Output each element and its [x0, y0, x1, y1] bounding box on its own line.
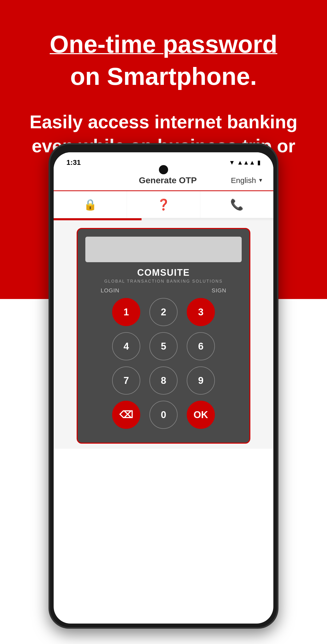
key-5[interactable]: 5	[149, 332, 178, 360]
progress-bar-container	[54, 218, 273, 220]
header-title: Generate OTP	[139, 175, 197, 185]
phone-icon: 📞	[230, 198, 243, 211]
keypad-row-2: 4 5 6	[85, 332, 242, 360]
language-selector[interactable]: English ▼	[231, 176, 263, 185]
volume-button-2	[49, 255, 50, 280]
dropdown-arrow-icon: ▼	[258, 177, 263, 183]
battery-icon: ▮	[257, 159, 261, 166]
tab-bar: 🔒 ❓ 📞	[54, 191, 273, 218]
help-icon: ❓	[157, 198, 170, 211]
key-6[interactable]: 6	[187, 332, 215, 360]
login-label: LOGIN	[101, 287, 119, 294]
language-label: English	[231, 176, 256, 185]
volume-button-1	[49, 221, 50, 247]
tab-lock[interactable]: 🔒	[54, 191, 127, 218]
otp-keypad-device: COMSUITE GLOBAL TRANSACTION BANKING SOLU…	[77, 228, 250, 444]
phone-screen: 1:31 ▼ ▲▲▲ ▮ Generate OTP English ▼	[54, 152, 273, 624]
tab-phone[interactable]: 📞	[200, 191, 273, 218]
phone-mockup: 1:31 ▼ ▲▲▲ ▮ Generate OTP English ▼	[49, 143, 278, 629]
key-7[interactable]: 7	[112, 366, 140, 395]
key-4[interactable]: 4	[112, 332, 140, 360]
headline-line2: on Smartphone.	[20, 63, 307, 90]
sign-label: SIGN	[212, 287, 226, 294]
tab-help[interactable]: ❓	[127, 191, 200, 218]
progress-bar	[54, 218, 142, 220]
otp-area: COMSUITE GLOBAL TRANSACTION BANKING SOLU…	[54, 220, 273, 449]
brand-sub: GLOBAL TRANSACTION BANKING SOLUTIONS	[85, 279, 242, 284]
signal-icon: ▲▲▲	[237, 159, 255, 166]
keypad-row-4: ⌫ 0 OK	[85, 401, 242, 429]
keypad-row-3: 7 8 9	[85, 366, 242, 395]
power-button	[277, 242, 278, 283]
headline-line1: One-time password	[20, 31, 307, 58]
keypad-labels: LOGIN SIGN	[85, 287, 242, 294]
status-time: 1:31	[66, 158, 81, 167]
wifi-icon: ▼	[229, 159, 235, 166]
phone-frame: 1:31 ▼ ▲▲▲ ▮ Generate OTP English ▼	[49, 143, 278, 629]
key-8[interactable]: 8	[149, 366, 178, 395]
key-3[interactable]: 3	[187, 298, 215, 326]
brand-name: COMSUITE	[85, 267, 242, 278]
key-2[interactable]: 2	[149, 298, 178, 326]
key-backspace[interactable]: ⌫	[112, 401, 140, 429]
key-1[interactable]: 1	[112, 298, 140, 326]
status-icons: ▼ ▲▲▲ ▮	[229, 159, 261, 166]
key-ok[interactable]: OK	[187, 401, 215, 429]
phone-camera	[159, 165, 168, 174]
keypad-row-1: 1 2 3	[85, 298, 242, 326]
lock-icon: 🔒	[84, 198, 97, 211]
key-0[interactable]: 0	[149, 401, 178, 429]
otp-display	[85, 237, 242, 262]
key-9[interactable]: 9	[187, 366, 215, 395]
